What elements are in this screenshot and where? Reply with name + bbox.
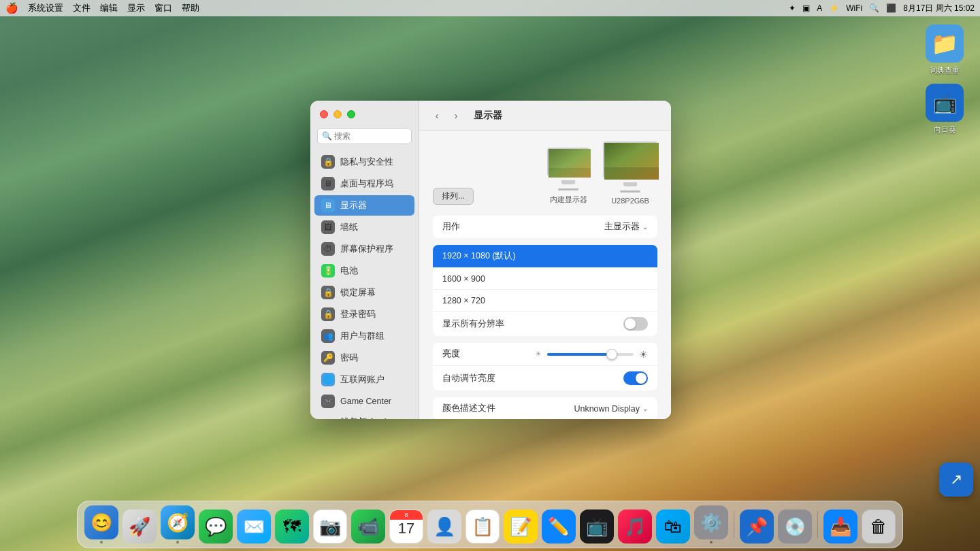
forward-button[interactable]: › xyxy=(449,109,463,122)
dock-icon-freeform[interactable]: ✏️ xyxy=(542,510,576,544)
desktop-icon-folder2[interactable]: 📺 向日葵 xyxy=(920,84,969,135)
sidebar-item-passwd2[interactable]: 🔑 密码 xyxy=(314,348,414,368)
menu-help[interactable]: 帮助 xyxy=(182,2,199,14)
sidebar-item-battery[interactable]: 🔋 电池 xyxy=(314,261,414,281)
brightness-thumb[interactable] xyxy=(606,349,617,360)
show-all-res-label: 显示所有分辨率 xyxy=(442,318,623,330)
dock-icon-notes[interactable]: 📝 xyxy=(504,510,538,544)
sidebar-item-usersgroups-label: 用户与群组 xyxy=(340,331,385,342)
dock-dot-safari xyxy=(176,541,179,544)
sidebar-item-wallet[interactable]: 💳 钱包与 Apple Pay xyxy=(314,413,414,419)
menubar-a-icon: A xyxy=(817,3,822,13)
sidebar-item-password[interactable]: 🔒 登录密码 xyxy=(314,304,414,324)
display-icon: 🖥 xyxy=(321,199,335,212)
dock-icon-facetime[interactable]: 📹 xyxy=(351,510,385,544)
color-profile-section: 颜色描述文件 Unknown Display ⌄ xyxy=(433,397,657,419)
menu-window[interactable]: 窗口 xyxy=(154,2,172,14)
svg-rect-1 xyxy=(549,168,591,178)
sysprefs-icon: ⚙️ xyxy=(694,505,728,539)
dock-icon-trash[interactable]: 🗑 xyxy=(862,510,896,544)
dock-icon-appstore[interactable]: 🛍 xyxy=(656,510,690,544)
desktop: 🍎 系统设置 文件 编辑 显示 窗口 帮助 ✦ ▣ A ⚡ WiFi 🔍 ⬛ 8… xyxy=(0,0,980,551)
show-all-res-toggle[interactable] xyxy=(623,317,648,331)
menu-system-prefs[interactable]: 系统设置 xyxy=(28,2,63,14)
dock-icon-airdrop[interactable]: 📥 xyxy=(823,510,858,544)
brightness-slider[interactable] xyxy=(547,353,634,356)
back-button[interactable]: ‹ xyxy=(430,109,444,122)
sidebar-item-wallpaper[interactable]: 🖼 墙纸 xyxy=(314,217,414,237)
facetime-icon: 📹 xyxy=(351,510,385,544)
menubar-search-icon[interactable]: 🔍 xyxy=(869,3,879,13)
dock-separator xyxy=(734,511,734,538)
action-row: 用作 主显示器 ⌄ xyxy=(433,216,657,238)
dock-icon-mail[interactable]: ✉️ xyxy=(237,510,271,544)
dock-icon-maps[interactable]: 🗺 xyxy=(275,510,309,544)
brightness-low-icon: ☀ xyxy=(535,350,542,358)
sidebar-item-wallpaper-label: 墙纸 xyxy=(340,222,358,233)
dock-icon-photos[interactable]: 📷 xyxy=(313,510,347,544)
sidebar-item-privacy-label: 隐私与安全性 xyxy=(340,156,393,168)
color-profile-arrow: ⌄ xyxy=(642,405,648,412)
menubar-right: ✦ ▣ A ⚡ WiFi 🔍 ⬛ 8月17日 周六 15:02 xyxy=(789,3,975,14)
menubar: 🍎 系统设置 文件 编辑 显示 窗口 帮助 ✦ ▣ A ⚡ WiFi 🔍 ⬛ 8… xyxy=(0,0,980,16)
dock-icon-sysprefs[interactable]: ⚙️ xyxy=(694,505,728,544)
brightness-fill xyxy=(547,353,612,356)
menubar-battery-icon: ⚡ xyxy=(829,3,839,13)
resolution-row-2[interactable]: 1280 × 720 xyxy=(433,290,657,312)
dock-icon-appletv[interactable]: 📺 xyxy=(580,510,614,544)
sidebar-item-usersgroups[interactable]: 👥 用户与群组 xyxy=(314,326,414,346)
dock-icon-marker[interactable]: 📌 xyxy=(740,510,774,544)
sidebar-item-internet[interactable]: 🌐 互联网账户 xyxy=(314,369,414,390)
menu-edit[interactable]: 编辑 xyxy=(100,2,118,14)
dock-icon-messages[interactable]: 💬 xyxy=(199,510,233,544)
resolution-row-0[interactable]: 1920 × 1080 (默认) xyxy=(433,245,657,268)
color-profile-dropdown[interactable]: Unknown Display ⌄ xyxy=(574,404,648,414)
menubar-wifi-icon: WiFi xyxy=(846,3,862,13)
monitor-external-stand xyxy=(623,182,637,186)
mail-icon: ✉️ xyxy=(237,510,271,544)
contacts-icon: 👤 xyxy=(427,510,461,544)
dock-icon-music[interactable]: 🎵 xyxy=(618,510,652,544)
traffic-lights xyxy=(320,110,355,118)
dock-icon-reminders[interactable]: 📋 xyxy=(466,510,500,544)
sidebar-item-gamecenter[interactable]: 🎮 Game Center xyxy=(314,391,414,412)
dock-icon-calendar[interactable]: 8 17 xyxy=(389,510,423,544)
arrange-button[interactable]: 排列... xyxy=(433,188,474,205)
sidebar-item-lockscreen-label: 锁定屏幕 xyxy=(340,287,376,299)
close-button[interactable] xyxy=(320,110,328,118)
apple-menu[interactable]: 🍎 xyxy=(5,2,18,14)
dock-icon-diskutil[interactable]: 💿 xyxy=(778,510,812,544)
marker-icon: 📌 xyxy=(740,510,774,544)
resolution-row-1[interactable]: 1600 × 900 xyxy=(433,268,657,290)
sidebar-item-display[interactable]: 🖥 显示器 xyxy=(314,195,414,216)
action-dropdown[interactable]: 主显示器 ⌄ xyxy=(604,221,648,233)
safari-icon: 🧭 xyxy=(161,505,195,539)
maps-icon: 🗺 xyxy=(275,510,309,544)
floating-icon[interactable]: ↗ xyxy=(939,463,973,497)
desktop-icon-folder1[interactable]: 📁 词典查重 xyxy=(920,24,969,76)
menu-file[interactable]: 文件 xyxy=(73,2,91,14)
menubar-control-icon[interactable]: ⬛ xyxy=(886,3,896,13)
sidebar-item-desktop[interactable]: 🖥 桌面与程序坞 xyxy=(314,173,414,194)
appstore-icon: 🛍 xyxy=(656,510,690,544)
sidebar-item-password-label: 登录密码 xyxy=(340,309,376,320)
auto-brightness-toggle[interactable] xyxy=(623,371,648,385)
freeform-icon: ✏️ xyxy=(542,510,576,544)
sidebar-item-lockscreen[interactable]: 🔒 锁定屏幕 xyxy=(314,282,414,303)
sidebar-item-privacy[interactable]: 🔒 隐私与安全性 xyxy=(314,152,414,172)
maximize-button[interactable] xyxy=(347,110,355,118)
monitor-external-label: U28P2G6B xyxy=(611,197,649,205)
dock-separator-2 xyxy=(817,511,818,538)
minimize-button[interactable] xyxy=(333,110,342,118)
dock-icon-finder[interactable]: 😊 xyxy=(84,505,118,544)
monitor-builtin[interactable]: 内建显示器 xyxy=(547,148,589,205)
dock-icon-launchpad[interactable]: 🚀 xyxy=(122,510,157,544)
sidebar-item-display-label: 显示器 xyxy=(340,200,367,212)
menu-view[interactable]: 显示 xyxy=(127,2,145,14)
resolution-value-1: 1600 × 900 xyxy=(442,274,648,284)
brightness-section: 亮度 ☀ ☀ 自动调节亮度 xyxy=(433,343,657,390)
monitor-external[interactable]: U28P2G6B xyxy=(603,141,657,205)
dock-icon-contacts[interactable]: 👤 xyxy=(427,510,461,544)
dock-icon-safari[interactable]: 🧭 xyxy=(161,505,195,544)
sidebar-item-screensaver[interactable]: ⏱ 屏幕保护程序 xyxy=(314,239,414,259)
